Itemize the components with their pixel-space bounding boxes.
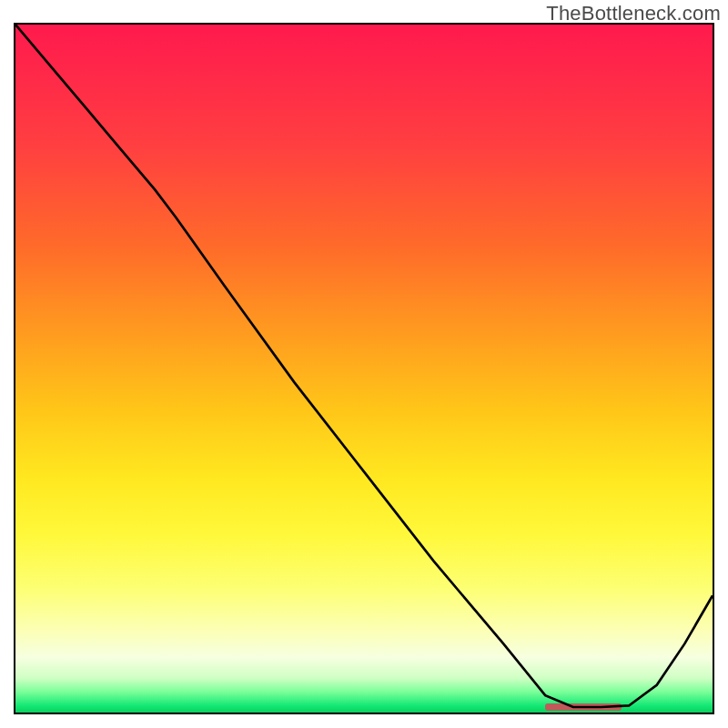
chart-frame: TheBottleneck.com [0, 0, 728, 728]
watermark-text: TheBottleneck.com [546, 2, 721, 25]
bottleneck-curve [15, 25, 713, 707]
plot-area [14, 23, 714, 714]
curve-overlay [15, 25, 713, 713]
